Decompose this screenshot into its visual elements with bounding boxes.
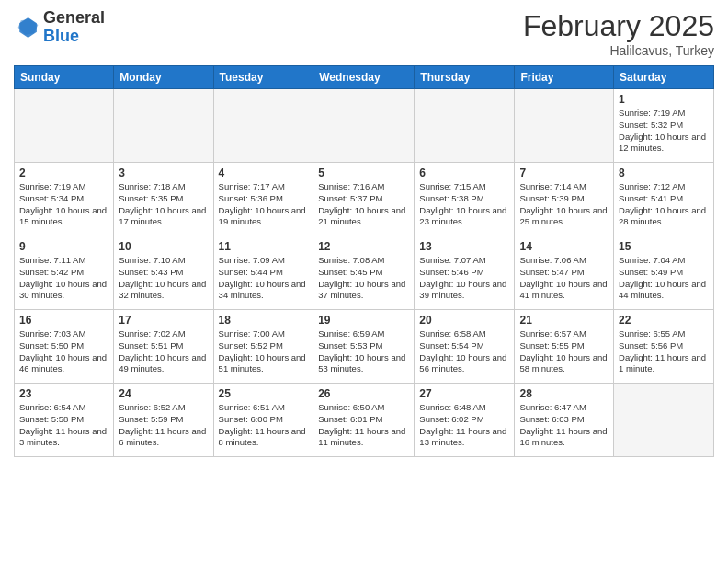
calendar-cell: 19Sunrise: 6:59 AM Sunset: 5:53 PM Dayli…	[313, 310, 415, 384]
day-number: 17	[119, 314, 208, 327]
calendar-cell: 7Sunrise: 7:14 AM Sunset: 5:39 PM Daylig…	[515, 163, 614, 236]
day-number: 8	[619, 167, 709, 179]
logo-text: General Blue	[43, 9, 105, 46]
day-info: Sunrise: 6:47 AM Sunset: 6:03 PM Dayligh…	[519, 402, 609, 449]
logo-icon	[14, 15, 40, 40]
day-number: 5	[318, 167, 409, 179]
day-info: Sunrise: 7:06 AM Sunset: 5:47 PM Dayligh…	[519, 255, 609, 302]
calendar-cell: 10Sunrise: 7:10 AM Sunset: 5:43 PM Dayli…	[114, 236, 213, 310]
calendar-cell	[313, 89, 415, 163]
day-info: Sunrise: 7:04 AM Sunset: 5:49 PM Dayligh…	[619, 255, 709, 302]
day-info: Sunrise: 6:55 AM Sunset: 5:56 PM Dayligh…	[619, 328, 709, 375]
day-info: Sunrise: 7:10 AM Sunset: 5:43 PM Dayligh…	[119, 255, 208, 302]
calendar-cell: 25Sunrise: 6:51 AM Sunset: 6:00 PM Dayli…	[213, 384, 313, 457]
calendar-cell: 17Sunrise: 7:02 AM Sunset: 5:51 PM Dayli…	[114, 310, 213, 384]
day-info: Sunrise: 6:59 AM Sunset: 5:53 PM Dayligh…	[318, 328, 409, 375]
calendar-cell	[515, 89, 614, 163]
day-info: Sunrise: 7:00 AM Sunset: 5:52 PM Dayligh…	[219, 328, 309, 375]
calendar-cell: 27Sunrise: 6:48 AM Sunset: 6:02 PM Dayli…	[415, 384, 515, 457]
calendar-cell: 15Sunrise: 7:04 AM Sunset: 5:49 PM Dayli…	[614, 236, 714, 310]
day-info: Sunrise: 6:48 AM Sunset: 6:02 PM Dayligh…	[419, 402, 509, 449]
day-number: 4	[219, 167, 309, 179]
day-number: 11	[219, 240, 309, 253]
day-number: 6	[419, 167, 509, 179]
calendar-cell	[213, 89, 313, 163]
weekday-header: Sunday	[15, 66, 114, 89]
day-number: 23	[19, 387, 108, 400]
day-info: Sunrise: 6:57 AM Sunset: 5:55 PM Dayligh…	[519, 328, 609, 375]
month-year: February 2025	[523, 9, 714, 43]
title-block: February 2025 Halilcavus, Turkey	[523, 9, 714, 58]
day-number: 20	[419, 314, 509, 327]
day-info: Sunrise: 6:50 AM Sunset: 6:01 PM Dayligh…	[318, 402, 409, 449]
calendar-week-row: 9Sunrise: 7:11 AM Sunset: 5:42 PM Daylig…	[15, 236, 714, 310]
weekday-header: Friday	[515, 66, 614, 89]
calendar-cell: 13Sunrise: 7:07 AM Sunset: 5:46 PM Dayli…	[415, 236, 515, 310]
day-info: Sunrise: 7:12 AM Sunset: 5:41 PM Dayligh…	[619, 181, 709, 228]
calendar-cell: 20Sunrise: 6:58 AM Sunset: 5:54 PM Dayli…	[415, 310, 515, 384]
calendar-cell: 1Sunrise: 7:19 AM Sunset: 5:32 PM Daylig…	[614, 89, 714, 163]
calendar-cell	[415, 89, 515, 163]
calendar-table: SundayMondayTuesdayWednesdayThursdayFrid…	[14, 65, 714, 457]
day-number: 16	[19, 314, 108, 327]
calendar-cell	[15, 89, 114, 163]
day-number: 3	[119, 167, 208, 179]
calendar-cell	[614, 384, 714, 457]
calendar-cell: 23Sunrise: 6:54 AM Sunset: 5:58 PM Dayli…	[15, 384, 114, 457]
day-info: Sunrise: 6:52 AM Sunset: 5:59 PM Dayligh…	[119, 402, 208, 449]
day-number: 19	[318, 314, 409, 327]
calendar-cell: 18Sunrise: 7:00 AM Sunset: 5:52 PM Dayli…	[213, 310, 313, 384]
calendar-cell: 9Sunrise: 7:11 AM Sunset: 5:42 PM Daylig…	[15, 236, 114, 310]
calendar-cell: 4Sunrise: 7:17 AM Sunset: 5:36 PM Daylig…	[213, 163, 313, 236]
calendar-cell: 8Sunrise: 7:12 AM Sunset: 5:41 PM Daylig…	[614, 163, 714, 236]
calendar-cell: 11Sunrise: 7:09 AM Sunset: 5:44 PM Dayli…	[213, 236, 313, 310]
day-number: 13	[419, 240, 509, 253]
weekday-header: Saturday	[614, 66, 714, 89]
day-number: 12	[318, 240, 409, 253]
calendar-cell: 2Sunrise: 7:19 AM Sunset: 5:34 PM Daylig…	[15, 163, 114, 236]
day-info: Sunrise: 7:07 AM Sunset: 5:46 PM Dayligh…	[419, 255, 509, 302]
logo: General Blue	[14, 9, 105, 46]
day-info: Sunrise: 7:16 AM Sunset: 5:37 PM Dayligh…	[318, 181, 409, 228]
page: General Blue February 2025 Halilcavus, T…	[0, 0, 728, 466]
day-number: 18	[219, 314, 309, 327]
calendar-cell: 28Sunrise: 6:47 AM Sunset: 6:03 PM Dayli…	[515, 384, 614, 457]
calendar-week-row: 2Sunrise: 7:19 AM Sunset: 5:34 PM Daylig…	[15, 163, 714, 236]
calendar-week-row: 16Sunrise: 7:03 AM Sunset: 5:50 PM Dayli…	[15, 310, 714, 384]
calendar-header-row: SundayMondayTuesdayWednesdayThursdayFrid…	[15, 66, 714, 89]
calendar-week-row: 23Sunrise: 6:54 AM Sunset: 5:58 PM Dayli…	[15, 384, 714, 457]
calendar-cell	[114, 89, 213, 163]
day-info: Sunrise: 7:14 AM Sunset: 5:39 PM Dayligh…	[519, 181, 609, 228]
day-info: Sunrise: 7:03 AM Sunset: 5:50 PM Dayligh…	[19, 328, 108, 375]
day-info: Sunrise: 7:18 AM Sunset: 5:35 PM Dayligh…	[119, 181, 208, 228]
logo-blue-text: Blue	[43, 27, 79, 45]
weekday-header: Thursday	[415, 66, 515, 89]
day-number: 10	[119, 240, 208, 253]
day-number: 9	[19, 240, 108, 253]
calendar-cell: 14Sunrise: 7:06 AM Sunset: 5:47 PM Dayli…	[515, 236, 614, 310]
day-info: Sunrise: 7:17 AM Sunset: 5:36 PM Dayligh…	[219, 181, 309, 228]
weekday-header: Wednesday	[313, 66, 415, 89]
location: Halilcavus, Turkey	[523, 43, 714, 58]
day-number: 21	[519, 314, 609, 327]
calendar-cell: 26Sunrise: 6:50 AM Sunset: 6:01 PM Dayli…	[313, 384, 415, 457]
day-info: Sunrise: 7:19 AM Sunset: 5:32 PM Dayligh…	[619, 108, 709, 155]
day-number: 14	[519, 240, 609, 253]
calendar-cell: 12Sunrise: 7:08 AM Sunset: 5:45 PM Dayli…	[313, 236, 415, 310]
calendar-cell: 6Sunrise: 7:15 AM Sunset: 5:38 PM Daylig…	[415, 163, 515, 236]
day-info: Sunrise: 6:58 AM Sunset: 5:54 PM Dayligh…	[419, 328, 509, 375]
day-info: Sunrise: 7:08 AM Sunset: 5:45 PM Dayligh…	[318, 255, 409, 302]
calendar-week-row: 1Sunrise: 7:19 AM Sunset: 5:32 PM Daylig…	[15, 89, 714, 163]
day-number: 26	[318, 387, 409, 400]
day-number: 7	[519, 167, 609, 179]
day-number: 15	[619, 240, 709, 253]
header: General Blue February 2025 Halilcavus, T…	[14, 9, 714, 58]
calendar-cell: 24Sunrise: 6:52 AM Sunset: 5:59 PM Dayli…	[114, 384, 213, 457]
day-number: 25	[219, 387, 309, 400]
day-info: Sunrise: 7:02 AM Sunset: 5:51 PM Dayligh…	[119, 328, 208, 375]
calendar-cell: 22Sunrise: 6:55 AM Sunset: 5:56 PM Dayli…	[614, 310, 714, 384]
day-info: Sunrise: 6:54 AM Sunset: 5:58 PM Dayligh…	[19, 402, 108, 449]
logo-general-text: General	[43, 8, 105, 27]
day-number: 1	[619, 93, 709, 106]
day-info: Sunrise: 7:15 AM Sunset: 5:38 PM Dayligh…	[419, 181, 509, 228]
